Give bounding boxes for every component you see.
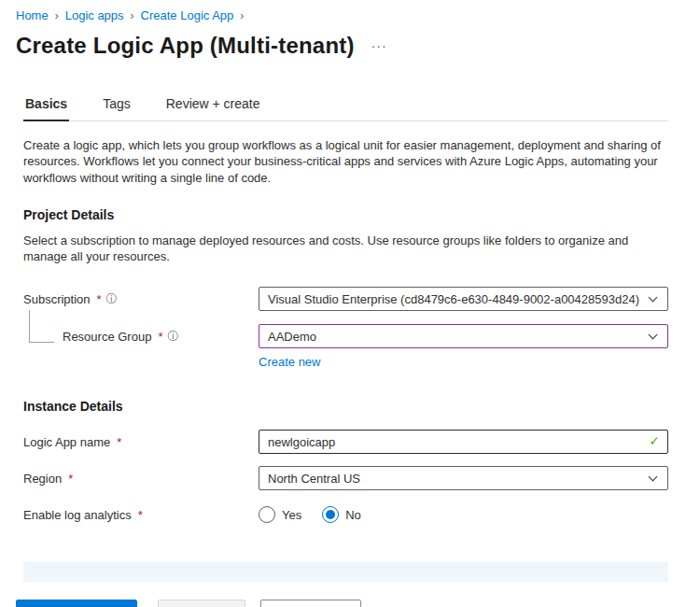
subscription-dropdown[interactable]: Visual Studio Enterprise (cd8479c6-e630-…: [259, 287, 668, 311]
subscription-label-text: Subscription: [23, 292, 91, 306]
radio-no-label: No: [345, 508, 361, 522]
resource-group-label-text: Resource Group: [63, 330, 151, 344]
tab-tags[interactable]: Tags: [101, 96, 133, 120]
instance-details-heading: Instance Details: [23, 399, 668, 414]
resource-group-value: AADemo: [268, 330, 316, 344]
footer-bar: Review + create < Previous Next : Tags >: [0, 600, 700, 607]
region-label: Region*: [23, 472, 259, 486]
logic-app-name-label: Logic App name*: [23, 435, 259, 449]
breadcrumb-logic-apps[interactable]: Logic apps: [65, 8, 124, 22]
log-analytics-radio-group: Yes No: [259, 506, 361, 523]
logic-app-name-row: Logic App name* ✓: [23, 430, 668, 454]
project-details-heading: Project Details: [23, 207, 668, 222]
radio-circle-icon: [322, 506, 339, 523]
tab-bar: Basics Tags Review + create: [23, 96, 668, 121]
breadcrumb-chevron-icon: ›: [55, 9, 59, 22]
resource-group-connector-line: [29, 310, 54, 343]
region-label-text: Region: [23, 472, 62, 486]
logic-app-name-input[interactable]: [259, 430, 668, 454]
radio-yes[interactable]: Yes: [259, 506, 301, 523]
resource-group-label: Resource Group* ⓘ: [23, 329, 259, 345]
tab-review-create[interactable]: Review + create: [164, 96, 262, 120]
breadcrumb-create-logic-app[interactable]: Create Logic App: [141, 8, 234, 22]
region-dropdown[interactable]: North Central US: [259, 466, 668, 490]
resource-group-dropdown[interactable]: AADemo: [259, 324, 668, 348]
subscription-value: Visual Studio Enterprise (cd8479c6-e630-…: [268, 292, 639, 306]
page-title: Create Logic App (Multi-tenant): [16, 33, 355, 59]
previous-button[interactable]: < Previous: [158, 600, 245, 607]
breadcrumb-chevron-icon: ›: [131, 9, 134, 22]
radio-yes-label: Yes: [282, 508, 301, 522]
breadcrumb-home[interactable]: Home: [16, 8, 49, 22]
info-icon[interactable]: ⓘ: [167, 329, 178, 345]
project-details-description: Select a subscription to manage deployed…: [23, 233, 668, 265]
create-new-link[interactable]: Create new: [259, 355, 320, 369]
more-options-icon[interactable]: ···: [371, 38, 387, 53]
breadcrumb: Home › Logic apps › Create Logic App ›: [0, 0, 700, 22]
log-analytics-row: Enable log analytics* Yes No: [23, 506, 668, 523]
next-tags-button[interactable]: Next : Tags >: [260, 600, 361, 607]
required-mark: *: [97, 292, 102, 306]
resource-group-row: Resource Group* ⓘ AADemo: [23, 324, 668, 348]
radio-circle-icon: [259, 506, 275, 523]
required-mark: *: [158, 330, 162, 344]
radio-no[interactable]: No: [322, 506, 361, 523]
log-analytics-label: Enable log analytics*: [23, 508, 259, 522]
breadcrumb-chevron-icon: ›: [240, 9, 244, 22]
valid-check-icon: ✓: [649, 433, 660, 448]
log-analytics-label-text: Enable log analytics: [23, 508, 132, 522]
info-icon[interactable]: ⓘ: [106, 291, 118, 307]
subscription-label: Subscription* ⓘ: [23, 291, 259, 307]
create-new-row: Create new: [23, 355, 668, 369]
tab-basics[interactable]: Basics: [23, 96, 69, 121]
required-mark: *: [68, 472, 73, 486]
intro-text: Create a logic app, which lets you group…: [23, 137, 668, 186]
region-row: Region* North Central US: [23, 466, 668, 490]
required-mark: *: [117, 435, 121, 449]
footer-strip: [23, 562, 668, 582]
logic-app-name-label-text: Logic App name: [23, 435, 110, 449]
required-mark: *: [138, 508, 143, 522]
review-create-button[interactable]: Review + create: [16, 600, 137, 607]
page-header: Create Logic App (Multi-tenant) ···: [0, 22, 700, 59]
region-value: North Central US: [268, 472, 360, 486]
subscription-row: Subscription* ⓘ Visual Studio Enterprise…: [23, 287, 668, 311]
